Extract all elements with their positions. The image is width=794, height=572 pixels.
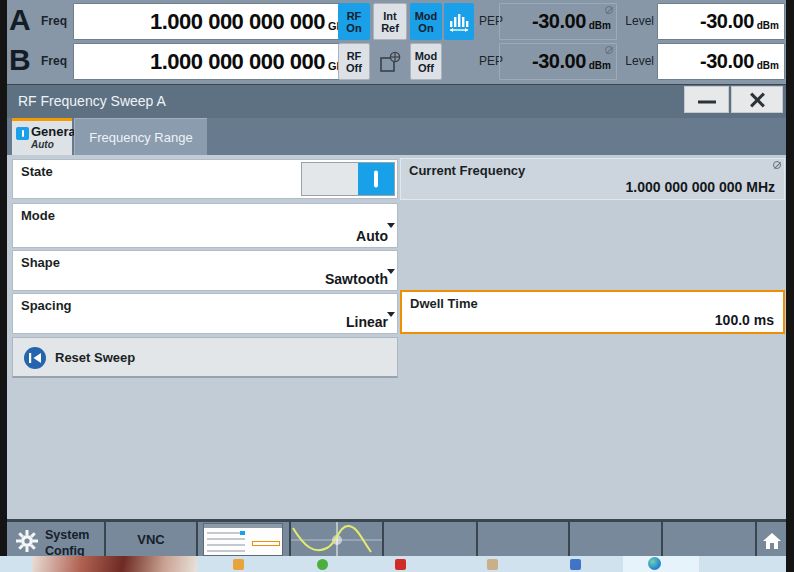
current-frequency-label: Current Frequency [409,163,525,178]
vnc-label: VNC [137,532,164,547]
frequency-display-b[interactable]: 1.000 000 000 000 GHz [73,43,357,80]
mod-off-button-b[interactable]: Mod Off [410,43,442,80]
pep-unit-a: dBm [589,20,611,31]
state-toggle[interactable] [301,162,395,196]
channel-row-b: B Freq 1.000 000 000 000 GHz RF Off Mod [7,43,786,80]
screen-left-edge [0,0,7,556]
folder-icon[interactable] [233,559,244,570]
tab-general-label: General [31,124,79,139]
mod-a-line2: On [418,22,433,34]
channel-header: A Freq 1.000 000 000 000 GHz RF On Int R… [7,0,786,84]
shape-dropdown[interactable]: Shape Sawtooth [12,250,398,291]
toggle-off-half [302,163,358,195]
pep-value-b: -30.00 [532,50,586,73]
chevron-down-icon [387,312,395,317]
taskbar-empty-cell[interactable] [570,522,661,556]
system-config-button[interactable]: System Config [7,522,104,556]
protected-icon [605,46,613,54]
waveform-icon [291,522,382,556]
tab-general[interactable]: General Auto [12,118,72,155]
tab-general-sub: Auto [31,139,54,150]
taskbar-empty-cell[interactable] [478,522,568,556]
thumb-header [204,524,282,528]
tab-frequency-range-label: Frequency Range [89,130,192,145]
ref-oscillator-button-b[interactable] [373,43,407,80]
dialog-title: RF Frequency Sweep A [18,85,166,119]
ref-oscillator-icon [378,50,402,74]
level-label-b: Level [620,43,654,80]
freq-label-a: Freq [41,3,67,40]
minimize-button[interactable] [684,86,729,113]
pep-unit-b: dBm [589,60,611,71]
green-app-icon[interactable] [317,559,328,570]
rf-a-line2: On [346,22,361,34]
rf-on-button-a[interactable]: RF On [338,3,370,40]
channel-row-a: A Freq 1.000 000 000 000 GHz RF On Int R… [7,3,786,40]
level-value-a: -30.00 [700,10,754,33]
tan-app-icon[interactable] [487,559,498,570]
frequency-value-a: 1.000 000 000 000 [150,9,325,35]
mod-a-line1: Mod [415,10,438,22]
taskbar-empty-cell[interactable] [663,522,755,556]
rf-off-button-b[interactable]: RF Off [338,43,370,80]
modulation-spectrum-icon-button[interactable] [444,3,474,40]
dialog-content: State Mode Auto Shape Sawtooth Spacing L… [7,155,786,519]
thumb-line [207,544,245,546]
thumb-orange-field [252,541,280,546]
tab-frequency-range[interactable]: Frequency Range [74,118,207,155]
reset-sweep-button[interactable]: Reset Sweep [12,337,398,378]
reset-sweep-label: Reset Sweep [55,338,135,377]
photo-thumbnail[interactable] [32,556,197,572]
rf-b-line1: RF [347,50,362,62]
freq-label-b: Freq [41,43,67,80]
pep-display-a: -30.00 dBm [499,3,617,40]
rf-a-line1: RF [347,10,362,22]
level-unit-a: dBm [757,20,779,31]
vnc-button[interactable]: VNC [106,522,196,556]
current-frequency-value: 1.000 000 000 000 MHz [626,179,775,195]
minimize-icon [698,101,716,104]
level-unit-b: dBm [757,60,779,71]
mod-on-button-a[interactable]: Mod On [410,3,442,40]
edge-browser-icon[interactable] [648,557,661,570]
waveform-thumbnail-button[interactable] [291,522,382,556]
thumb-line [207,538,245,540]
dialog-thumbnail-button[interactable] [198,522,289,556]
chevron-down-icon [387,223,395,228]
instrument-screen: A Freq 1.000 000 000 000 GHz RF On Int R… [0,0,794,572]
spacing-dropdown[interactable]: Spacing Linear [12,293,398,334]
protected-icon [773,161,781,169]
current-frequency-display: Current Frequency 1.000 000 000 000 MHz [400,158,785,200]
blue-app-icon[interactable] [570,559,581,570]
toggle-on-half [358,163,394,195]
system-config-label: System Config [45,527,101,556]
dialog-tabbar: General Auto Frequency Range [7,118,786,155]
int-ref-button-a[interactable]: Int Ref [373,3,407,40]
thumb-blue-accent [240,531,245,535]
close-icon [748,91,766,109]
channel-a-label: A [9,0,31,40]
mod-b-line2: Off [418,62,434,74]
close-button[interactable] [731,86,783,113]
ref-a-line1: Int [383,10,396,22]
home-button[interactable] [757,522,786,556]
frequency-display-a[interactable]: 1.000 000 000 000 GHz [73,3,357,40]
ref-a-line2: Ref [381,22,399,34]
protected-icon [605,6,613,14]
mode-dropdown[interactable]: Mode Auto [12,203,398,248]
dwell-time-value: 100.0 ms [715,312,774,328]
state-on-icon [16,127,29,140]
reset-sweep-icon [23,346,47,370]
state-row[interactable]: State [12,159,398,199]
rf-b-line2: Off [346,62,362,74]
dwell-time-label: Dwell Time [410,296,478,311]
mod-b-line1: Mod [415,50,438,62]
level-display-a[interactable]: -30.00 dBm [657,3,785,40]
pep-value-a: -30.00 [532,10,586,33]
taskbar-empty-cell[interactable] [384,522,476,556]
dwell-time-field[interactable]: Dwell Time 100.0 ms [400,290,785,334]
spacing-label: Spacing [21,298,72,313]
dialog-thumbnail [203,523,283,556]
level-display-b[interactable]: -30.00 dBm [657,43,785,80]
red-app-icon[interactable] [395,559,406,570]
